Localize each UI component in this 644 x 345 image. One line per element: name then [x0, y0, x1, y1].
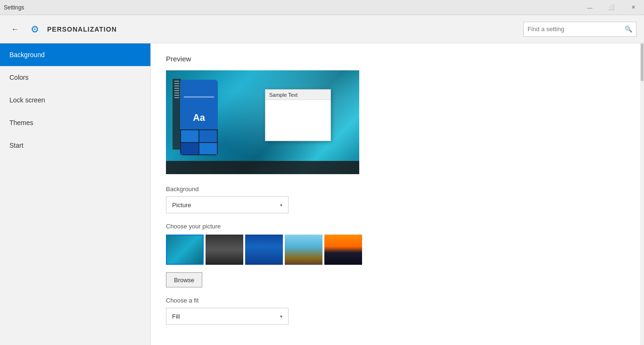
tile: [199, 143, 217, 155]
picture-thumb-2[interactable]: [206, 235, 243, 265]
scrollbar[interactable]: [640, 43, 644, 345]
picture-thumb-3[interactable]: [245, 235, 283, 265]
panel-line: [174, 81, 179, 82]
preview-window-body: [265, 100, 330, 108]
panel-line: [174, 97, 179, 98]
sidebar-item-colors[interactable]: Colors: [0, 66, 150, 89]
app-body: Background Colors Lock screen Themes Sta…: [0, 43, 644, 345]
sidebar-item-lockscreen[interactable]: Lock screen: [0, 89, 150, 111]
panel-line: [174, 93, 179, 93]
panel-line: [174, 90, 179, 91]
preview-taskbar: [166, 161, 359, 174]
panel-line: [174, 83, 179, 84]
preview-window-title: Sample Text: [269, 92, 297, 98]
panel-line: [174, 88, 179, 89]
choose-fit-label: Choose a fit: [166, 297, 629, 304]
back-button[interactable]: ←: [8, 22, 23, 37]
search-input[interactable]: [528, 25, 625, 33]
preview-title: Preview: [166, 55, 629, 63]
phone-aa-label: Aa: [193, 112, 205, 123]
scrollbar-thumb: [641, 43, 644, 81]
main-content: Preview Aa: [151, 43, 644, 345]
preview-phone: Aa: [180, 80, 218, 155]
sidebar-item-lockscreen-label: Lock screen: [9, 96, 45, 104]
back-icon: ←: [11, 25, 19, 34]
tile: [181, 143, 198, 155]
search-icon: 🔍: [625, 25, 632, 33]
picture-grid: [166, 235, 629, 265]
phone-accent-bar: [184, 96, 214, 98]
fit-dropdown-chevron-icon: ▾: [280, 314, 282, 319]
fit-dropdown-value: Fill: [172, 313, 280, 320]
sidebar-item-start-label: Start: [9, 142, 24, 149]
sidebar-item-colors-label: Colors: [9, 74, 28, 81]
app-header: ← ⚙ PERSONALIZATION 🔍: [0, 15, 644, 43]
tile: [199, 130, 217, 142]
phone-tiles: [180, 129, 218, 155]
background-dropdown-value: Picture: [172, 202, 280, 209]
titlebar-title: Settings: [4, 4, 24, 11]
minimize-button[interactable]: —: [579, 0, 601, 15]
maximize-button[interactable]: ⬜: [601, 0, 622, 15]
sidebar-item-start[interactable]: Start: [0, 134, 150, 157]
sidebar-item-background-label: Background: [9, 51, 45, 59]
titlebar-left: Settings: [4, 4, 24, 11]
preview-window-titlebar: Sample Text: [265, 90, 330, 100]
panel-line: [174, 95, 179, 96]
sidebar: Background Colors Lock screen Themes Sta…: [0, 43, 151, 345]
choose-picture-label: Choose your picture: [166, 223, 629, 230]
picture-thumb-5[interactable]: [324, 235, 362, 265]
picture-thumb-4[interactable]: [285, 235, 322, 265]
sidebar-item-themes[interactable]: Themes: [0, 111, 150, 134]
titlebar-controls: — ⬜ ✕: [579, 0, 644, 15]
dropdown-chevron-icon: ▾: [280, 202, 282, 208]
close-button[interactable]: ✕: [622, 0, 644, 15]
tile: [181, 130, 198, 142]
background-label: Background: [166, 185, 629, 193]
sidebar-item-themes-label: Themes: [9, 119, 33, 126]
sidebar-item-background[interactable]: Background: [0, 43, 150, 66]
preview-window: Sample Text: [265, 89, 331, 141]
picture-thumb-1[interactable]: [166, 235, 204, 265]
preview-box: Aa Sample Text: [166, 70, 359, 174]
titlebar: Settings — ⬜ ✕: [0, 0, 644, 15]
browse-button[interactable]: Browse: [166, 272, 202, 287]
search-box[interactable]: 🔍: [523, 22, 636, 37]
panel-line: [174, 85, 179, 86]
app-title: PERSONALIZATION: [47, 25, 518, 33]
settings-icon: ⚙: [28, 23, 41, 36]
fit-dropdown[interactable]: Fill ▾: [166, 308, 289, 325]
background-dropdown[interactable]: Picture ▾: [166, 196, 289, 213]
